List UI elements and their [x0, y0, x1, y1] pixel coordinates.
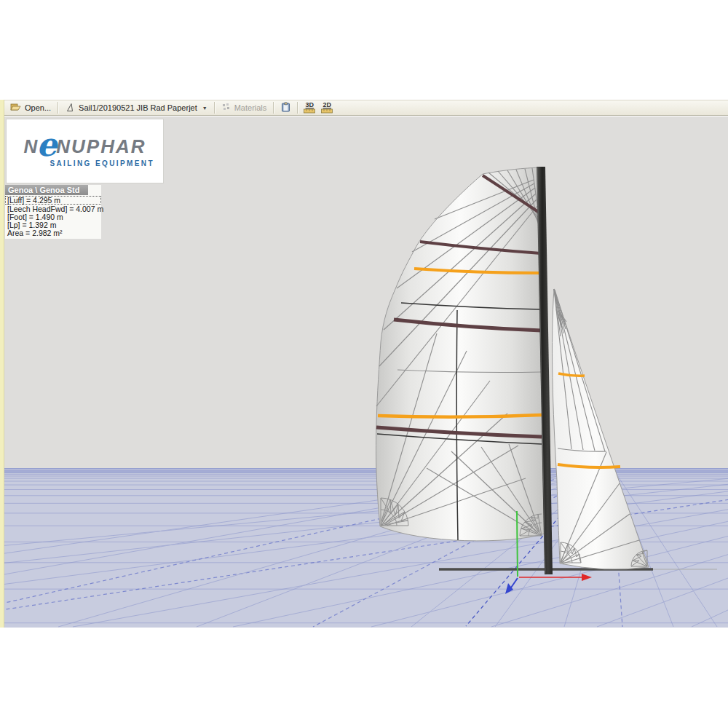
info-row-area[interactable]: Area = 2.982 m²: [5, 229, 101, 237]
brand-subtitle: SAILING EQUIPMENT: [7, 159, 163, 167]
ruler-icon: [304, 108, 315, 114]
brand-logo: N e NUPHAR SAILING EQUIPMENT: [6, 119, 164, 183]
viewport-3d-canvas[interactable]: [0, 116, 728, 628]
open-button-label: Open...: [25, 103, 51, 112]
view-3d-label: 3D: [306, 102, 314, 108]
sail-info-panel: Genoa \ Genoa Std [Luff] = 4.295 m [Leec…: [5, 185, 101, 239]
view-2d-button[interactable]: 2D: [318, 101, 336, 114]
materials-button-label: Materials: [234, 103, 267, 112]
info-row-foot[interactable]: [Foot] = 1.490 m: [5, 213, 101, 221]
z-axis-green: [517, 511, 518, 577]
info-row-lp[interactable]: [Lp] = 1.392 m: [5, 221, 101, 229]
open-folder-icon: [10, 103, 21, 113]
brand-wordmark: N e NUPHAR: [7, 135, 163, 157]
sail-icon: [66, 103, 75, 114]
materials-button[interactable]: Materials: [218, 101, 272, 114]
open-button[interactable]: Open...: [6, 101, 55, 114]
genoa-outline: [376, 167, 545, 541]
toolbar-separator: [297, 102, 298, 114]
viewport-3d[interactable]: N e NUPHAR SAILING EQUIPMENT Genoa \ Gen…: [0, 116, 728, 628]
sail-selector-dropdown[interactable]: Sail1/20190521 JIB Rad Paperjet ▼: [61, 101, 212, 115]
info-row-leech[interactable]: [Leech HeadFwd] = 4.007 m: [5, 205, 101, 213]
jib-outline: [552, 289, 649, 569]
brand-name-rest: NUPHAR: [56, 135, 146, 158]
toolbar-separator: [273, 102, 274, 114]
chevron-down-icon: ▼: [202, 106, 207, 111]
screenshot-button[interactable]: [277, 100, 295, 115]
view-3d-button[interactable]: 3D: [301, 101, 318, 114]
info-row-luff[interactable]: [Luff] = 4.295 m: [5, 196, 101, 205]
toolbar-separator: [214, 102, 215, 114]
window-edge-strip: [0, 100, 4, 628]
view-2d-label: 2D: [323, 102, 332, 108]
genoa-sail[interactable]: [376, 167, 545, 541]
brand-swoosh-e: e: [36, 141, 57, 149]
materials-palette-icon: [222, 103, 231, 113]
main-toolbar: Open... Sail1/20190521 JIB Rad Paperjet …: [0, 100, 728, 116]
sail-selector-label: Sail1/20190521 JIB Rad Paperjet: [79, 103, 197, 112]
ruler-icon: [321, 108, 333, 114]
toolbar-separator: [58, 102, 59, 114]
sail-info-title: Genoa \ Genoa Std: [5, 185, 88, 195]
clipboard-icon: [281, 102, 290, 114]
jib-sail[interactable]: [552, 289, 649, 569]
application-window: Open... Sail1/20190521 JIB Rad Paperjet …: [0, 0, 728, 728]
